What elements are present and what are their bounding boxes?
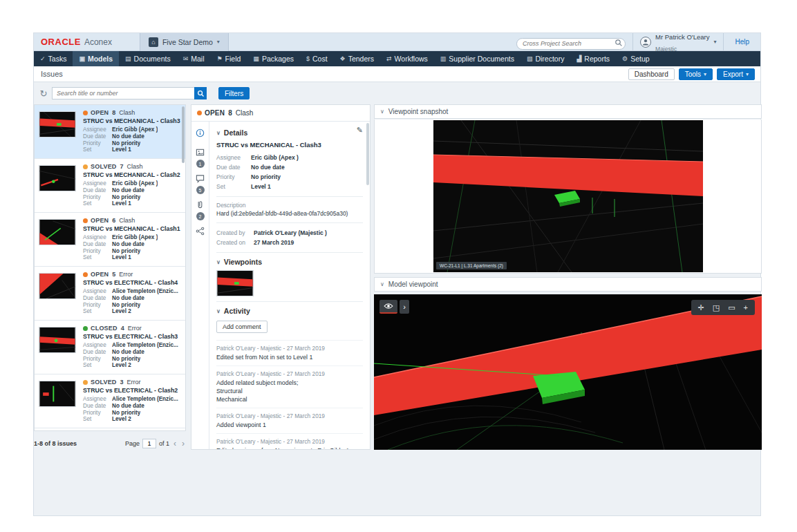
activity-section-toggle[interactable]: Activity [216,307,363,315]
model-3d-view [374,294,762,450]
previous-page-button[interactable] [172,439,178,448]
status-dot [197,111,202,115]
tab-mail[interactable]: Mail [177,51,211,66]
tab-cost[interactable]: Cost [300,51,334,66]
top-header-bar: ORACLE Aconex ⌂ Five Star Demo Mr Patric… [34,33,760,51]
activity-header: Patrick O'Leary - Majestic - 27 March 20… [216,412,363,419]
tab-label: Setup [630,55,649,63]
measure-tool-icon[interactable] [728,304,735,312]
issue-list-item[interactable]: OPEN6Clash STRUC vs MECHANICAL - Clash1 … [35,213,185,267]
info-icon[interactable] [195,127,206,138]
envelope-icon [183,55,189,62]
field-label: Priority [83,140,112,147]
tab-supplier-documents[interactable]: Supplier Documents [434,51,521,66]
field-label: Assignee [83,288,112,295]
field-value: No due date [112,187,144,194]
activity-header: Patrick O'Leary - Majestic - 27 March 20… [216,345,363,352]
issue-thumbnail [39,381,76,407]
attachments-icon[interactable] [195,199,206,210]
model-viewpoint-header[interactable]: Model viewpoint [374,277,762,292]
add-comment-button[interactable]: Add comment [216,321,268,333]
tab-setup[interactable]: Setup [616,51,656,66]
field-value: No priority [112,356,140,363]
viewpoint-snapshot-image: WC-21-L1 | L.31 Apartments (2) [433,120,703,272]
viewpoints-section-toggle[interactable]: Viewpoints [216,258,363,266]
project-selector[interactable]: ⌂ Five Star Demo [140,33,229,51]
tab-label: Models [88,55,113,63]
help-link[interactable]: Help [735,38,749,46]
issue-list-item[interactable]: OPEN8Clash STRUC vs MECHANICAL - Clash3 … [35,105,185,159]
field-label: Set [216,182,251,191]
field-label: Set [83,416,112,423]
main-navigation: Tasks Models Documents Mail Field Packag… [34,51,760,66]
cube-icon [79,55,85,62]
expand-toolbar-button[interactable] [400,300,409,314]
filters-button[interactable]: Filters [218,87,250,99]
issue-type: Error [119,271,133,278]
tab-workflows[interactable]: Workflows [380,51,434,66]
issue-list-item[interactable]: SOLVED7Clash STRUC vs MECHANICAL - Clash… [35,159,185,213]
dashboard-button[interactable]: Dashboard [628,68,675,80]
issue-status: OPEN [91,217,109,224]
search-button[interactable] [194,87,207,99]
issue-list-item[interactable]: OPEN5Error STRUC vs ELECTRICAL - Clash4 … [35,267,185,321]
field-label: Priority [83,248,112,255]
issue-thumbnail [39,111,76,137]
cross-project-search-input[interactable] [516,38,626,50]
viewpoint-thumbnail[interactable] [216,270,254,296]
search-icon[interactable] [615,37,623,50]
visibility-eye-button[interactable] [379,300,397,314]
check-icon [40,55,46,62]
package-icon [253,55,259,62]
tools-button[interactable]: Tools [679,68,713,80]
chevron-down-icon [380,281,384,287]
status-dot [83,272,88,277]
comments-icon[interactable] [195,173,206,184]
section-cube-icon[interactable] [713,304,720,312]
detail-scrollbar-thumb[interactable] [366,123,369,185]
page-number-input[interactable] [142,439,156,448]
building-icon: ⌂ [149,37,158,47]
field-label: Assignee [83,180,112,187]
flag-icon [217,55,223,62]
pan-tool-icon[interactable] [698,304,704,312]
field-label: Due date [83,295,112,302]
edit-icon[interactable] [357,126,363,135]
field-value: No due date [112,349,144,356]
field-label: Priority [83,410,112,417]
status-dot [83,218,88,223]
tab-reports[interactable]: Reports [570,51,616,66]
field-value: No priority [112,410,140,417]
cross-project-search [516,36,626,48]
tab-tasks[interactable]: Tasks [34,51,73,66]
tab-label: Mail [191,55,204,63]
tab-packages[interactable]: Packages [247,51,300,66]
issue-number: 6 [112,217,115,224]
tab-tenders[interactable]: Tenders [334,51,380,66]
viewpoints-icon[interactable] [195,146,206,158]
next-page-button[interactable] [180,439,186,448]
details-section-toggle[interactable]: Details [216,129,363,137]
activity-line: Mechanical [216,396,363,403]
export-button[interactable]: Export [717,68,755,80]
user-menu[interactable]: Mr Patrick O'Leary Majestic [632,33,723,50]
issue-list-item[interactable]: SOLVED3Error STRUC vs ELECTRICAL - Clash… [35,374,185,428]
tab-field[interactable]: Field [211,51,247,66]
tab-documents[interactable]: Documents [119,51,177,66]
zoom-in-icon[interactable] [744,304,748,312]
tab-models[interactable]: Models [73,51,119,66]
tab-label: Cost [312,55,328,63]
activity-line: Added related subject models; [216,379,363,387]
field-label: Due date [83,241,112,248]
supplier-doc-icon [440,55,447,62]
model-viewpoint-canvas[interactable] [374,294,762,450]
tab-directory[interactable]: Directory [521,51,571,66]
list-scrollbar-thumb[interactable] [182,106,185,163]
field-label: Assignee [83,342,112,349]
related-models-icon[interactable] [195,225,206,236]
field-value: No priority [112,140,140,147]
refresh-button[interactable] [38,88,49,99]
issue-search-input[interactable] [52,87,194,99]
viewpoint-snapshot-header[interactable]: Viewpoint snapshot [374,104,762,119]
issue-list-item[interactable]: CLOSED4Error STRUC vs ELECTRICAL - Clash… [35,321,185,374]
